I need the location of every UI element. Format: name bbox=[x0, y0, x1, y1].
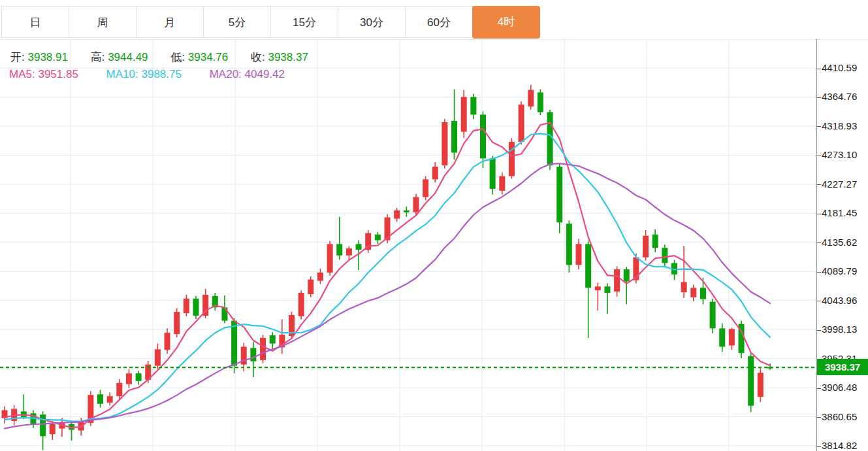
candle-body bbox=[442, 122, 447, 165]
y-axis-tick: 4273.10 bbox=[817, 149, 857, 161]
tab-interval-7[interactable]: 4时 bbox=[472, 6, 540, 39]
low-value: 3934.76 bbox=[188, 51, 228, 63]
candle-body bbox=[556, 167, 562, 222]
high-label: 高: bbox=[91, 51, 105, 63]
candle-body bbox=[97, 394, 103, 404]
y-axis-tick: 4318.93 bbox=[817, 120, 857, 132]
current-price-badge: 3938.37 bbox=[817, 359, 868, 375]
candle-body bbox=[499, 176, 505, 191]
candle-body bbox=[595, 286, 601, 290]
ma20-label: MA20: bbox=[210, 68, 242, 80]
candle-body bbox=[260, 338, 266, 360]
candle-body bbox=[327, 244, 333, 273]
candle-body bbox=[690, 288, 696, 297]
ma10-value: 3988.75 bbox=[141, 68, 181, 80]
candle-body bbox=[758, 373, 764, 397]
candle-body bbox=[547, 112, 553, 165]
candle-body bbox=[193, 299, 199, 316]
y-axis-tick: 3860.65 bbox=[817, 411, 857, 423]
low-label: 低: bbox=[170, 51, 185, 63]
candle-body bbox=[509, 142, 515, 176]
candle-body bbox=[614, 269, 620, 292]
candlestick-chart[interactable] bbox=[0, 39, 816, 451]
candle-body bbox=[40, 414, 46, 436]
y-axis-tick: 4364.76 bbox=[817, 91, 857, 103]
candle-body bbox=[681, 282, 687, 293]
y-axis-tick: 4181.45 bbox=[817, 207, 857, 219]
candle-body bbox=[643, 236, 649, 258]
ma5-label: MA5: bbox=[9, 68, 35, 80]
ma10-label: MA10: bbox=[106, 68, 138, 80]
candle-body bbox=[413, 197, 419, 212]
tab-interval-1[interactable]: 周 bbox=[69, 6, 137, 38]
candle-body bbox=[404, 210, 410, 212]
candle-body bbox=[566, 224, 572, 265]
ma10-line bbox=[5, 133, 770, 421]
candle-body bbox=[729, 329, 735, 345]
y-axis-tick: 3906.48 bbox=[817, 382, 857, 393]
tab-interval-6[interactable]: 60分 bbox=[405, 6, 473, 38]
candle-body bbox=[184, 299, 189, 313]
y-axis-tick: 4089.79 bbox=[817, 265, 857, 277]
candle-body bbox=[231, 321, 237, 366]
candle-body bbox=[624, 269, 630, 281]
candle-body bbox=[116, 383, 122, 396]
candle-body bbox=[604, 286, 610, 293]
candle-body bbox=[107, 396, 113, 403]
y-axis-tick: 3814.82 bbox=[817, 440, 857, 451]
candle-body bbox=[346, 248, 352, 256]
candle-body bbox=[662, 248, 667, 263]
open-value: 3938.91 bbox=[27, 51, 67, 63]
kline-app: 日周月5分15分30分60分4时 开: 3938.91 高: 3944.49 低… bbox=[0, 0, 868, 451]
close-value: 3938.37 bbox=[268, 51, 308, 63]
candle-body bbox=[375, 235, 381, 241]
ma-legend: MA5: 3951.85 MA10: 3988.75 MA20: 4049.42 bbox=[9, 68, 310, 81]
candle-body bbox=[126, 373, 132, 384]
candle-body bbox=[155, 349, 161, 365]
ma5-value: 3951.85 bbox=[38, 68, 78, 80]
tab-interval-2[interactable]: 月 bbox=[136, 6, 204, 38]
tab-interval-5[interactable]: 30分 bbox=[338, 6, 406, 38]
ohlc-legend: 开: 3938.91 高: 3944.49 低: 3934.76 收: 3938… bbox=[10, 50, 328, 65]
candle-body bbox=[317, 273, 323, 281]
candle-body bbox=[490, 158, 496, 189]
y-axis-tick: 3998.13 bbox=[817, 324, 857, 335]
candle-body bbox=[298, 293, 304, 316]
candle-body bbox=[250, 348, 256, 361]
candle-body bbox=[652, 235, 658, 248]
candle-body bbox=[336, 244, 342, 255]
candle-body bbox=[308, 280, 313, 294]
candle-body bbox=[585, 244, 591, 288]
tab-interval-4[interactable]: 15分 bbox=[270, 6, 338, 38]
candle-body bbox=[528, 90, 534, 107]
candle-body bbox=[700, 288, 706, 299]
interval-tab-bar: 日周月5分15分30分60分4时 bbox=[2, 6, 540, 39]
ma20-value: 4049.42 bbox=[245, 68, 285, 80]
candle-body bbox=[748, 356, 754, 406]
y-axis-tick: 4410.59 bbox=[817, 62, 857, 74]
candle-body bbox=[50, 424, 56, 435]
candle-body bbox=[710, 302, 716, 329]
close-label: 收: bbox=[251, 51, 265, 63]
candle-body bbox=[719, 328, 725, 346]
candle-body bbox=[576, 244, 582, 265]
candle-body bbox=[461, 97, 467, 131]
candle-body bbox=[480, 114, 486, 158]
candle-body bbox=[423, 179, 428, 197]
candle-body bbox=[538, 92, 543, 112]
candle-body bbox=[136, 373, 142, 381]
y-axis: 4410.594364.764318.934273.104227.274181.… bbox=[816, 39, 868, 451]
candle-body bbox=[270, 335, 276, 344]
tab-interval-0[interactable]: 日 bbox=[1, 6, 69, 38]
y-axis-tick: 4043.96 bbox=[817, 295, 857, 307]
high-value: 3944.49 bbox=[108, 51, 148, 63]
tab-interval-3[interactable]: 5分 bbox=[203, 6, 271, 38]
y-axis-tick: 4227.27 bbox=[817, 178, 857, 190]
candle-body bbox=[174, 312, 180, 334]
candle-body bbox=[165, 333, 170, 350]
open-label: 开: bbox=[10, 51, 25, 63]
candle-body bbox=[519, 105, 524, 142]
candle-body bbox=[432, 167, 438, 179]
candle-body bbox=[356, 244, 362, 250]
candle-body bbox=[394, 210, 400, 219]
